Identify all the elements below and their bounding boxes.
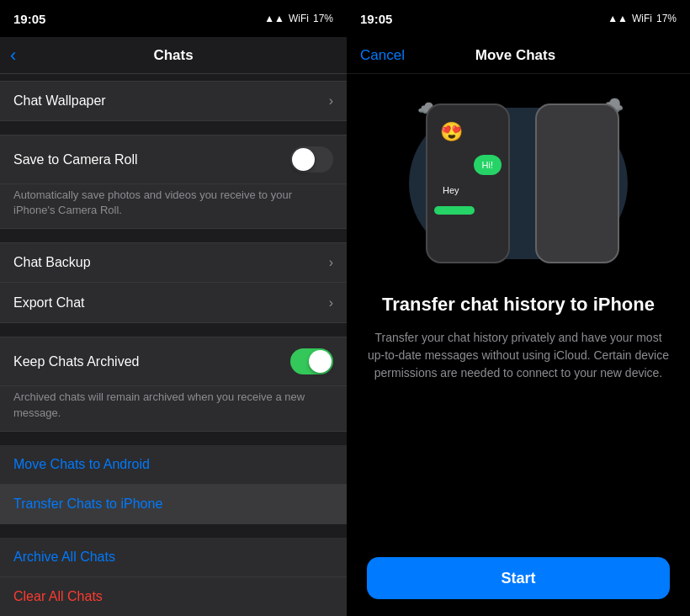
chat-wallpaper-item[interactable]: Chat Wallpaper › xyxy=(0,81,347,121)
keep-chats-archived-item[interactable]: Keep Chats Archived xyxy=(0,337,347,386)
section-backup: Chat Backup › Export Chat › xyxy=(0,242,347,323)
right-panel: 19:05 ▲▲ WiFi 17% Cancel Move Chats ☁️ ☁… xyxy=(347,0,690,616)
battery-left: 17% xyxy=(313,13,333,24)
left-panel: 19:05 ▲▲ WiFi 17% ‹ Chats Chat Wallpaper… xyxy=(0,0,347,616)
clear-all-chats-item[interactable]: Clear All Chats xyxy=(0,577,347,616)
phone-right xyxy=(535,104,619,263)
save-camera-roll-label: Save to Camera Roll xyxy=(13,152,138,167)
camera-roll-description: Automatically save photos and videos you… xyxy=(0,184,347,229)
chat-backup-item[interactable]: Chat Backup › xyxy=(0,242,347,283)
keep-archived-description: Archived chats will remain archived when… xyxy=(0,386,347,431)
move-chats-content: ☁️ ☁️ 😍 Hi! Hey Transfer chat history to… xyxy=(347,74,690,616)
move-chats-android-item[interactable]: Move Chats to Android xyxy=(0,445,347,485)
section-camera-roll: Save to Camera Roll Automatically save p… xyxy=(0,135,347,229)
chevron-icon: › xyxy=(329,93,333,109)
chevron-backup-icon: › xyxy=(329,255,333,270)
phone-left: 😍 Hi! Hey xyxy=(426,104,510,263)
signal-icon: ▲▲ xyxy=(264,13,284,24)
export-chat-label: Export Chat xyxy=(13,295,84,311)
status-bar-right: 19:05 ▲▲ WiFi 17% xyxy=(347,0,690,37)
chat-backup-label: Chat Backup xyxy=(13,255,91,270)
line1 xyxy=(545,114,590,122)
chevron-export-icon: › xyxy=(329,295,333,311)
move-chats-title: Move Chats xyxy=(475,47,555,64)
keep-chats-archived-label: Keep Chats Archived xyxy=(13,354,139,369)
page-title-left: Chats xyxy=(153,47,193,64)
time-right: 19:05 xyxy=(360,12,392,26)
section-archive-delete: Archive All Chats Clear All Chats Delete… xyxy=(0,538,347,616)
nav-header-left: ‹ Chats xyxy=(0,37,347,74)
line3 xyxy=(545,144,597,152)
gap-5 xyxy=(0,531,347,538)
phone-right-content xyxy=(537,105,618,161)
back-button[interactable]: ‹ xyxy=(10,45,16,66)
section-move-transfer: Move Chats to Android Transfer Chats to … xyxy=(0,445,347,524)
start-button[interactable]: Start xyxy=(367,557,670,599)
toggle-knob xyxy=(292,148,315,171)
gap-4 xyxy=(0,438,347,445)
save-camera-roll-item[interactable]: Save to Camera Roll xyxy=(0,135,347,184)
status-icons-left: ▲▲ WiFi 17% xyxy=(264,13,333,24)
signal-icon-right: ▲▲ xyxy=(608,13,628,24)
section-keep-archived: Keep Chats Archived Archived chats will … xyxy=(0,337,347,431)
transfer-chats-iphone-label: Transfer Chats to iPhone xyxy=(13,497,162,511)
archive-all-chats-label: Archive All Chats xyxy=(13,550,115,564)
move-chats-android-label: Move Chats to Android xyxy=(13,457,150,471)
section-wallpaper: Chat Wallpaper › xyxy=(0,81,347,121)
gap-1 xyxy=(0,128,347,135)
export-chat-item[interactable]: Export Chat › xyxy=(0,283,347,323)
line2 xyxy=(545,127,577,135)
chat-bubble-sent: Hi! xyxy=(474,155,502,175)
start-label: Start xyxy=(501,570,535,587)
settings-list: Chat Wallpaper › Save to Camera Roll Aut… xyxy=(0,74,347,616)
time-left: 19:05 xyxy=(13,12,45,26)
chat-wallpaper-label: Chat Wallpaper xyxy=(13,93,106,109)
chat-bubble-received: Hey xyxy=(434,180,468,200)
wifi-icon: WiFi xyxy=(289,13,309,24)
message-bar xyxy=(434,206,475,215)
toggle-knob-archived xyxy=(309,350,332,373)
transfer-description: Transfer your chat history privately and… xyxy=(367,329,670,382)
status-bar-left: 19:05 ▲▲ WiFi 17% xyxy=(0,0,347,37)
battery-right: 17% xyxy=(656,13,677,24)
emoji-bubble: 😍 xyxy=(434,115,468,149)
keep-archived-toggle[interactable] xyxy=(290,348,333,374)
gap-3 xyxy=(0,330,347,337)
cancel-button[interactable]: Cancel xyxy=(360,47,405,64)
camera-roll-toggle[interactable] xyxy=(290,146,333,173)
status-icons-right: ▲▲ WiFi 17% xyxy=(608,13,677,24)
clear-all-chats-label: Clear All Chats xyxy=(13,589,103,603)
right-nav: Cancel Move Chats xyxy=(347,37,690,74)
phones-illustration: ☁️ ☁️ 😍 Hi! Hey xyxy=(401,91,636,276)
wifi-icon-right: WiFi xyxy=(632,13,652,24)
archive-all-chats-item[interactable]: Archive All Chats xyxy=(0,538,347,577)
transfer-chats-iphone-item[interactable]: Transfer Chats to iPhone xyxy=(0,485,347,524)
transfer-title: Transfer chat history to iPhone xyxy=(382,293,655,317)
gap-2 xyxy=(0,236,347,242)
